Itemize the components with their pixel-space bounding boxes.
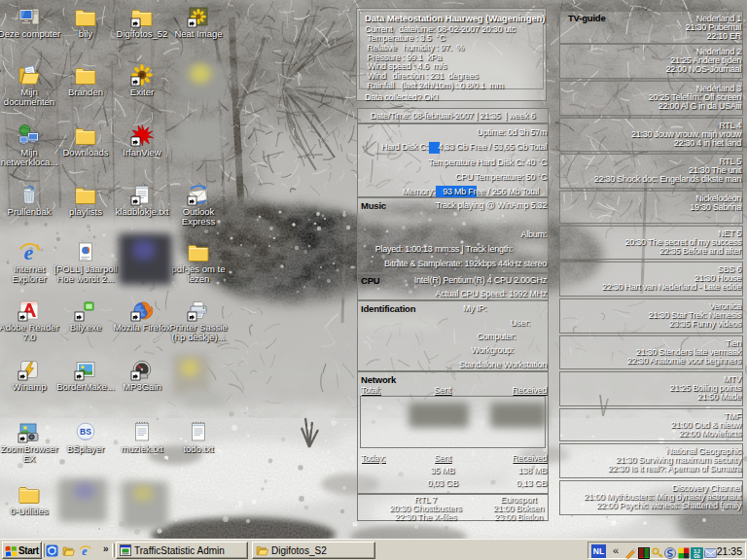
svg-text:BS: BS [80, 427, 91, 437]
svg-text:Gb: Gb [694, 554, 700, 559]
